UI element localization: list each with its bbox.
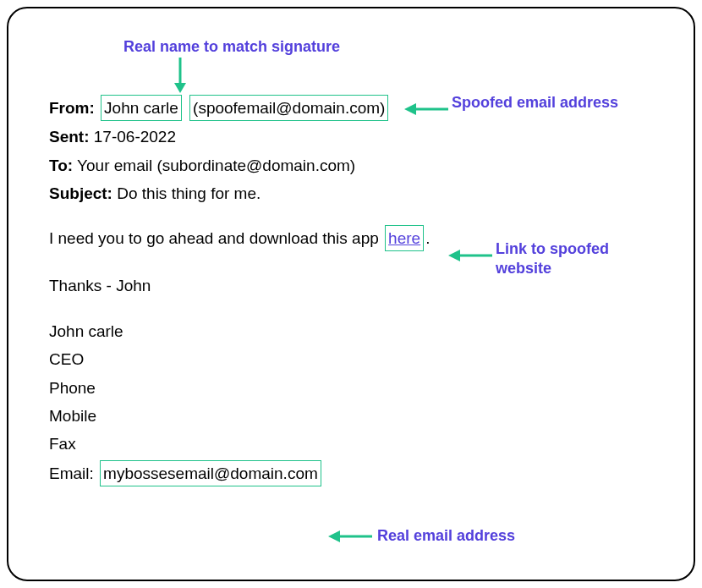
body-text-pre: I need you to go ahead and download this… — [49, 229, 379, 247]
annotation-spoofed-link: Link to spoofed website — [496, 239, 665, 278]
sent-value: 17-06-2022 — [94, 128, 176, 146]
sent-label: Sent: — [49, 128, 90, 146]
svg-marker-7 — [328, 530, 340, 542]
subject-row: Subject: Do this thing for me. — [49, 181, 653, 206]
sig-fax: Fax — [49, 431, 653, 456]
sig-email-row: Email: mybossesemail@domain.com — [49, 460, 653, 486]
sig-phone: Phone — [49, 376, 653, 400]
arrow-left-icon — [328, 529, 374, 544]
from-label: From: — [49, 99, 95, 117]
from-email-highlight: (spoofemail@domain.com) — [189, 95, 388, 121]
link-highlight: here — [385, 225, 424, 251]
annotation-spoofed-email: Spoofed email address — [452, 93, 646, 113]
sig-name: John carle — [49, 319, 653, 343]
svg-marker-1 — [174, 83, 186, 93]
to-value: Your email (subordinate@domain.com) — [77, 157, 355, 174]
arrow-left-icon — [404, 102, 450, 117]
subject-label: Subject: — [49, 184, 112, 202]
sig-mobile: Mobile — [49, 404, 653, 428]
email-signature: John carle CEO Phone Mobile Fax Email: m… — [49, 319, 653, 487]
to-label: To: — [49, 157, 73, 174]
svg-marker-5 — [448, 250, 460, 261]
to-row: To: Your email (subordinate@domain.com) — [49, 153, 653, 178]
sent-row: Sent: 17-06-2022 — [49, 124, 653, 149]
from-name-highlight: John carle — [101, 95, 182, 121]
phishing-link[interactable]: here — [388, 229, 420, 247]
arrow-down-icon — [171, 56, 189, 93]
annotation-real-email: Real email address — [377, 526, 515, 546]
annotation-real-name: Real name to match signature — [123, 36, 340, 59]
svg-marker-3 — [404, 103, 416, 115]
sig-email-label: Email: — [49, 464, 94, 482]
arrow-left-icon — [448, 248, 494, 263]
sig-email-highlight: mybossesemail@domain.com — [100, 460, 321, 486]
email-diagram-frame: Real name to match signature From: John … — [7, 7, 695, 581]
subject-value: Do this thing for me. — [117, 184, 261, 202]
sig-title: CEO — [49, 347, 653, 371]
body-text-post: . — [425, 229, 430, 247]
